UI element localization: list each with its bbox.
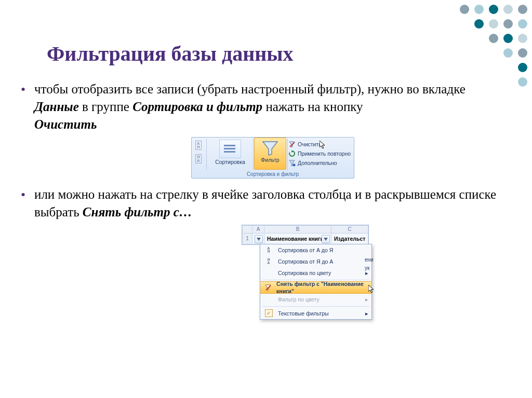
menu-sort-za[interactable]: ЯA Сортировка от Я до А (260, 256, 371, 267)
menu-sort-az[interactable]: AЯ Сортировка от А до Я (260, 244, 371, 256)
filter-label: Фильтр (255, 156, 286, 163)
svg-rect-17 (224, 148, 235, 149)
reapply-filter-button[interactable]: Применить повторно (288, 149, 352, 158)
svg-point-3 (503, 5, 513, 14)
svg-point-12 (503, 48, 513, 58)
excel-dropdown-screenshot: A B C 1 № Наименование книги Издате (242, 225, 370, 320)
menu-label: Текстовые фильтры (278, 310, 329, 317)
svg-marker-26 (257, 238, 261, 241)
clear-icon (263, 284, 272, 291)
svg-point-2 (489, 5, 498, 14)
header-cell[interactable]: Издательст (331, 233, 368, 244)
sort-desc-icon: ЯA (263, 258, 274, 265)
cursor-icon (320, 141, 326, 149)
emphasis: Сортировка и фильтр (132, 100, 262, 114)
header-text: Наименование книги (267, 236, 324, 242)
text: нажать на кнопку (265, 100, 363, 114)
filter-button[interactable]: Фильтр (254, 138, 286, 170)
svg-point-11 (518, 34, 527, 43)
text: в группе (82, 100, 132, 114)
svg-point-5 (474, 19, 484, 29)
svg-point-14 (518, 63, 527, 72)
advanced-icon (288, 159, 296, 167)
sort-asc-icon: AЯ (263, 247, 274, 253)
text: чтобы отобразить все записи (убрать наст… (34, 82, 466, 96)
cursor-icon (368, 285, 375, 293)
bullet-item: или можно нажать на стрелку в ячейке заг… (21, 186, 511, 320)
svg-point-8 (518, 19, 527, 29)
menu-filter-color: Фильтр по цвету ▸ (260, 294, 371, 305)
sort-desc-icon[interactable]: ЯA (194, 153, 203, 164)
svg-marker-27 (324, 238, 328, 241)
svg-point-13 (518, 48, 527, 58)
emphasis: Очистить (34, 117, 97, 131)
ribbon-sort-filter-group: AЯ ЯA Сортировка (191, 137, 354, 179)
header-cell[interactable]: № (252, 233, 264, 244)
submenu-arrow-icon: ▸ (365, 310, 368, 317)
checkbox-icon: ✓ (263, 309, 274, 317)
svg-point-6 (489, 19, 498, 29)
filter-options: Очистить Применить повторно Дополнитель (288, 140, 352, 168)
ribbon-group-label: Сортировка и фильтр (192, 171, 354, 178)
filter-dropdown-menu: AЯ Сортировка от А до Я ЯA Сортировка от… (260, 244, 372, 320)
reapply-icon (288, 150, 296, 157)
dropdown-arrow-icon[interactable] (322, 235, 330, 243)
advanced-filter-button[interactable]: Дополнительно (288, 158, 352, 168)
menu-label: Фильтр по цвету (278, 296, 320, 303)
svg-point-10 (503, 34, 513, 43)
truncated-cell: ук (365, 265, 369, 272)
truncated-cell: ени (365, 256, 374, 264)
row-header[interactable]: 1 (243, 233, 252, 244)
menu-label: Снять фильтр с "Наименование книги" (276, 280, 367, 295)
sort-mini-buttons: AЯ ЯA (194, 140, 206, 167)
sort-icon (219, 140, 241, 158)
menu-sort-color[interactable]: Сортировка по цвету ▸ (260, 267, 371, 279)
sort-button[interactable]: Сортировка (207, 139, 253, 170)
menu-label: Сортировка от А до Я (278, 246, 333, 254)
col-header[interactable]: B (264, 225, 331, 233)
svg-point-9 (489, 34, 498, 43)
sort-label: Сортировка (207, 158, 253, 166)
menu-label: Сортировка от Я до А (278, 258, 333, 265)
header-cell[interactable]: Наименование книги (264, 233, 331, 244)
emphasis: Снять фильтр с… (83, 205, 192, 219)
clear-icon (288, 141, 296, 148)
dropdown-arrow-icon[interactable] (255, 235, 263, 243)
sort-asc-icon[interactable]: AЯ (194, 140, 203, 151)
clear-filter-button[interactable]: Очистить (288, 140, 352, 149)
svg-point-1 (474, 5, 484, 14)
svg-marker-30 (368, 285, 374, 293)
svg-point-7 (503, 19, 513, 29)
svg-point-15 (518, 77, 527, 87)
svg-point-4 (518, 5, 527, 14)
submenu-arrow-icon: ▸ (365, 296, 368, 303)
col-header[interactable]: C (331, 225, 368, 233)
funnel-icon (261, 140, 279, 156)
decorative-dots (456, 2, 529, 90)
svg-rect-16 (224, 145, 235, 146)
sheet-header-grid: A B C 1 № Наименование книги Издате (242, 225, 368, 244)
bullet-list: чтобы отобразить все записи (убрать наст… (21, 80, 511, 320)
header-text: Издательст (334, 236, 365, 242)
svg-point-0 (460, 5, 469, 14)
svg-rect-18 (224, 151, 235, 153)
menu-clear-filter[interactable]: Снять фильтр с "Наименование книги" (260, 281, 371, 294)
menu-label: Сортировка по цвету (278, 269, 331, 277)
svg-point-25 (293, 164, 296, 167)
reapply-label: Применить повторно (298, 150, 351, 157)
emphasis: Данные (34, 100, 79, 114)
col-header[interactable]: A (252, 225, 264, 233)
svg-marker-22 (320, 141, 325, 148)
bullet-item: чтобы отобразить все записи (убрать наст… (21, 80, 511, 179)
menu-text-filters[interactable]: ✓ Текстовые фильтры ▸ (260, 308, 371, 319)
svg-marker-19 (263, 142, 277, 155)
slide-title: Фильтрация базы данных (0, 0, 532, 71)
advanced-label: Дополнительно (298, 159, 337, 167)
clear-label: Очистить (298, 141, 322, 148)
